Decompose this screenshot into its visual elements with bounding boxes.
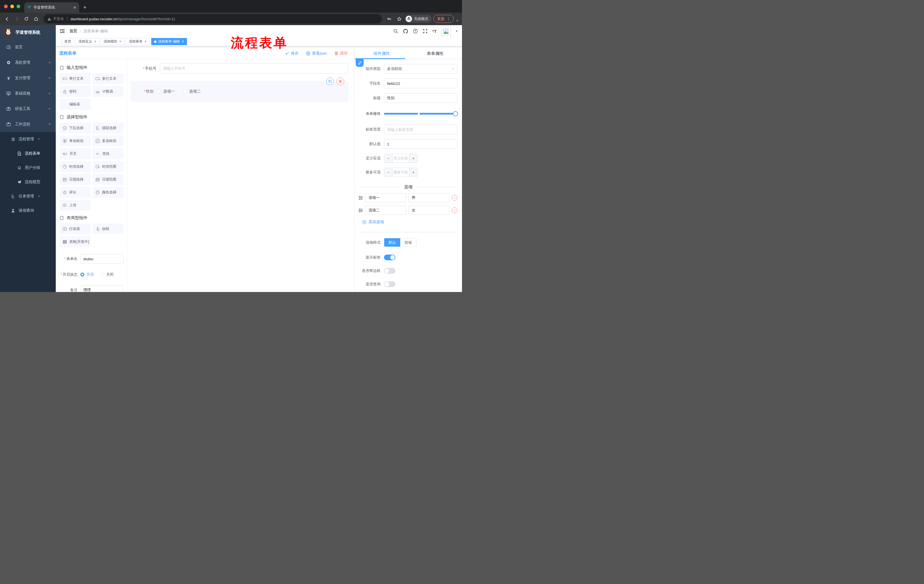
font-size-icon[interactable]: TT (432, 29, 437, 34)
sidebar-item-payment[interactable]: ¥ 支付管理 (0, 70, 56, 86)
duplicate-component-button[interactable] (326, 77, 334, 85)
toolbar-caret-icon[interactable]: ▼ (456, 20, 459, 22)
palette-item-upload[interactable]: 上传 (60, 200, 91, 211)
plus-button[interactable]: + (409, 168, 417, 176)
palette-item-switch[interactable]: 开关 (60, 148, 91, 159)
status-off-radio[interactable]: 关闭 (100, 272, 114, 277)
option-value-input[interactable] (409, 193, 449, 202)
tab-component-props[interactable]: 组件属性 (355, 48, 409, 59)
option-label-input[interactable] (365, 193, 406, 202)
breadcrumb-home[interactable]: 首页 (69, 29, 77, 34)
title-input[interactable] (384, 93, 457, 103)
canvas-field-gender-selected[interactable]: *性别 选项一 选项二 (130, 81, 348, 102)
new-tab-button[interactable]: + (83, 4, 87, 11)
palette-item-single-line[interactable]: 单行文本 (60, 73, 91, 84)
drag-handle-icon[interactable] (358, 196, 363, 200)
status-on-radio[interactable]: 开启 (80, 272, 94, 277)
palette-item-time-picker[interactable]: 时间选择 (60, 161, 91, 172)
sidebar-item-task-manage[interactable]: 任务管理 (0, 189, 56, 204)
maximize-window-button[interactable] (16, 5, 20, 8)
sidebar-item-home[interactable]: 首页 (0, 39, 56, 55)
palette-item-select[interactable]: 下拉选择 (60, 123, 91, 133)
palette-item-date-picker[interactable]: 日期选择 (60, 174, 91, 185)
fullscreen-icon[interactable] (422, 29, 428, 34)
slider-handle[interactable] (453, 111, 458, 116)
hamburger-icon[interactable] (58, 27, 67, 35)
github-icon[interactable] (403, 29, 408, 34)
bookmark-star-icon[interactable] (395, 15, 403, 23)
browser-update-button[interactable]: 更新 ⋮ (433, 15, 454, 23)
palette-item-slider[interactable]: 滑块 (92, 148, 124, 159)
remove-option-button[interactable]: − (452, 195, 457, 201)
palette-item-editor[interactable]: 编辑器 (60, 99, 91, 110)
remove-option-button[interactable]: − (452, 207, 457, 213)
palette-item-color-picker[interactable]: 颜色选择 (92, 187, 124, 198)
sidebar-item-leave-query[interactable]: 请假查询 (0, 204, 56, 218)
sidebar-item-workflow[interactable]: 工作流程 (0, 117, 56, 132)
avatar[interactable] (441, 26, 451, 36)
tag-process-definition[interactable]: 流程定义✕ (76, 38, 99, 45)
back-icon[interactable] (3, 15, 11, 23)
palette-item-rate[interactable]: 评分 (60, 187, 91, 198)
palette-item-cascader[interactable]: 级联选择 (92, 123, 124, 133)
canvas-field-phone[interactable]: *手机号 (130, 63, 348, 74)
browser-menu-icon[interactable]: ⋮ (447, 17, 450, 20)
default-value-input[interactable] (384, 139, 457, 149)
delete-component-button[interactable] (337, 77, 344, 85)
style-default-button[interactable]: 默认 (384, 238, 400, 247)
palette-item-counter[interactable]: 123计数器 (92, 86, 124, 97)
key-icon[interactable] (385, 15, 393, 23)
sidebar-item-process-manage[interactable]: 流程管理 (0, 132, 56, 146)
close-icon[interactable]: ✕ (144, 40, 147, 43)
option-value-input[interactable] (409, 206, 449, 215)
disabled-toggle[interactable] (384, 281, 395, 287)
gender-option-2-checkbox[interactable]: 选项二 (183, 89, 201, 94)
clear-button[interactable]: 清空 (334, 51, 348, 56)
browser-tab[interactable]: 芋道管理系统 ✕ (24, 2, 79, 13)
link-handle[interactable] (356, 59, 364, 67)
palette-item-checkbox-group[interactable]: 多选框组 (92, 135, 124, 146)
sidebar-item-devtools[interactable]: 研发工具 (0, 101, 56, 117)
forward-icon[interactable] (13, 15, 21, 23)
border-toggle[interactable] (384, 268, 395, 274)
gender-option-1-checkbox[interactable]: 选项一 (157, 89, 175, 94)
add-option-button[interactable]: 添加选项 (362, 219, 457, 225)
label-width-input[interactable] (384, 125, 457, 134)
drag-handle-icon[interactable] (358, 208, 363, 213)
palette-item-table[interactable]: 表格[开发中] (60, 236, 91, 247)
phone-input[interactable] (160, 63, 348, 74)
component-type-select[interactable] (384, 64, 457, 74)
security-label[interactable]: 不安全 (53, 16, 64, 21)
palette-item-multi-line[interactable]: 多行文本 (92, 73, 124, 84)
close-window-button[interactable] (4, 5, 8, 8)
form-name-input[interactable] (80, 254, 124, 264)
minimize-window-button[interactable] (10, 5, 14, 8)
caret-down-icon[interactable]: ▼ (455, 30, 458, 33)
address-bar[interactable]: 不安全 dashboard.yudao.iocoder.cn/bpm/manag… (43, 14, 382, 23)
palette-item-row-container[interactable]: 行容器 (60, 224, 91, 234)
palette-item-button[interactable]: 按钮 (92, 224, 124, 234)
close-icon[interactable]: ✕ (182, 40, 184, 43)
tag-process-model[interactable]: 流程模型✕ (101, 38, 124, 45)
palette-item-time-range[interactable]: 时间范围 (92, 161, 124, 172)
sidebar-item-process-model[interactable]: 流程模型 (0, 175, 56, 189)
tab-form-props[interactable]: 表单属性 (409, 48, 462, 59)
palette-item-password[interactable]: 密码 (60, 86, 91, 97)
home-icon[interactable] (32, 15, 40, 23)
help-icon[interactable] (413, 29, 418, 34)
view-json-button[interactable]: 查看json (306, 51, 327, 56)
sidebar-item-system[interactable]: 系统管理 (0, 55, 56, 70)
minus-button[interactable]: − (384, 168, 393, 176)
sidebar-item-infra[interactable]: 基础设施 (0, 86, 56, 101)
tag-process-form[interactable]: 流程表单✕ (126, 38, 150, 45)
style-button-button[interactable]: 按钮 (400, 238, 416, 247)
minus-button[interactable]: − (384, 154, 393, 163)
field-name-input[interactable] (384, 79, 457, 88)
close-icon[interactable]: ✕ (94, 40, 96, 43)
sidebar-item-user-group[interactable]: 用户分组 (0, 161, 56, 175)
tag-home[interactable]: 首页 (61, 38, 74, 45)
palette-item-radio-group[interactable]: 单选框组 (60, 135, 91, 146)
form-grid-slider[interactable] (384, 109, 457, 118)
form-remark-textarea[interactable] (80, 285, 124, 292)
close-icon[interactable]: ✕ (119, 40, 122, 43)
